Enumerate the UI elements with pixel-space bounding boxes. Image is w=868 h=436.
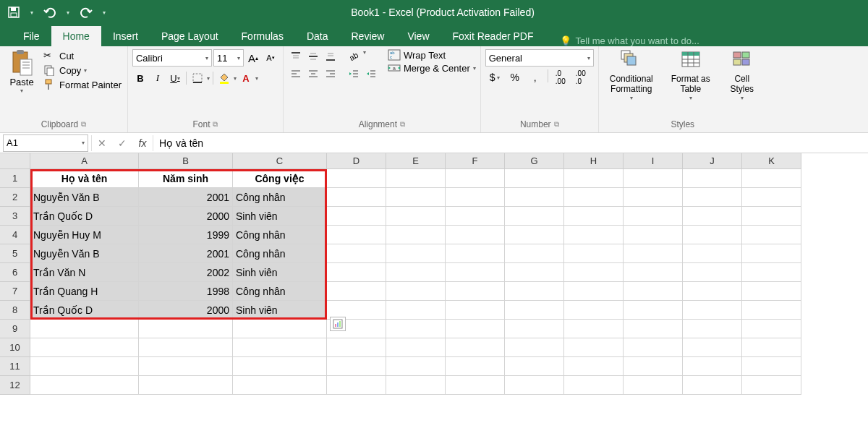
cells-area[interactable]: Họ và tênNăm sinhCông việcNguyễn Văn B20… [30,169,801,395]
cell[interactable] [742,169,801,188]
cell[interactable] [624,207,683,226]
cell[interactable] [505,320,564,338]
cell[interactable] [386,301,446,320]
column-header[interactable]: D [327,153,386,169]
cell[interactable] [327,169,386,188]
increase-font-icon[interactable]: A▴ [245,49,261,67]
cell[interactable] [30,357,139,376]
cell[interactable] [505,282,564,301]
cell[interactable] [742,376,801,395]
tab-page-layout[interactable]: Page Layout [150,26,230,46]
cell[interactable] [386,357,446,376]
align-left-icon[interactable] [288,67,304,81]
cell[interactable] [564,338,624,357]
cell[interactable] [505,207,564,226]
cell[interactable] [564,244,624,263]
cell[interactable]: Công nhân [233,282,327,301]
cell[interactable] [742,188,801,207]
cell[interactable] [624,263,683,282]
tab-insert[interactable]: Insert [101,26,150,46]
cell[interactable]: 1998 [139,282,233,301]
alignment-dialog-launcher[interactable]: ⧉ [400,120,405,129]
increase-indent-icon[interactable] [363,67,379,81]
cell[interactable] [564,263,624,282]
format-as-table-button[interactable]: Format as Table▾ [663,49,719,118]
borders-button[interactable] [190,69,205,87]
cell[interactable]: Trần Văn N [30,263,139,282]
cell[interactable] [624,320,683,338]
cut-button[interactable]: ✂ Cut [42,49,123,62]
row-header[interactable]: 10 [0,338,30,357]
bold-button[interactable]: B [132,73,148,84]
row-header[interactable]: 8 [0,301,30,320]
cell[interactable] [742,244,801,263]
cell[interactable]: Nguyễn Văn B [30,244,139,263]
row-header[interactable]: 11 [0,357,30,376]
quick-analysis-button[interactable] [330,317,346,331]
cell[interactable] [446,282,505,301]
fill-color-dropdown-icon[interactable]: ▾ [234,75,237,82]
conditional-formatting-button[interactable]: Conditional Formatting▾ [603,49,660,118]
cell[interactable] [139,357,233,376]
cell[interactable] [386,226,446,244]
cell[interactable] [327,376,386,395]
copy-button[interactable]: Copy ▾ [42,64,123,77]
column-header[interactable]: C [233,153,327,169]
column-header[interactable]: K [742,153,801,169]
cell[interactable]: 2000 [139,207,233,226]
format-painter-button[interactable]: Format Painter [42,78,123,91]
cell[interactable] [624,188,683,207]
cell[interactable]: Sinh viên [233,263,327,282]
tab-review[interactable]: Review [340,26,396,46]
cell[interactable] [505,244,564,263]
row-header[interactable]: 3 [0,207,30,226]
cell[interactable]: Nguyễn Huy M [30,226,139,244]
cell[interactable] [446,244,505,263]
percent-format-button[interactable]: % [506,69,524,85]
cell[interactable] [386,169,446,188]
cell[interactable] [564,207,624,226]
cell[interactable] [683,226,742,244]
column-header[interactable]: E [386,153,446,169]
tab-data[interactable]: Data [295,26,340,46]
cell[interactable] [327,188,386,207]
cell[interactable] [683,357,742,376]
cell[interactable]: Nguyễn Văn B [30,188,139,207]
row-header[interactable]: 5 [0,244,30,263]
accounting-format-button[interactable]: $▾ [485,69,504,85]
row-header[interactable]: 7 [0,282,30,301]
cell[interactable]: Công việc [233,169,327,188]
cell[interactable] [683,301,742,320]
italic-button[interactable]: I [150,72,166,84]
formula-input[interactable]: Họ và tên [153,137,868,149]
tab-view[interactable]: View [396,26,441,46]
row-header[interactable]: 2 [0,188,30,207]
cell[interactable]: 1999 [139,226,233,244]
tab-file[interactable]: File [12,26,51,46]
cell[interactable] [505,226,564,244]
align-top-icon[interactable] [288,49,304,64]
cell[interactable] [564,320,624,338]
cell[interactable] [386,320,446,338]
column-header[interactable]: G [505,153,564,169]
column-header[interactable]: H [564,153,624,169]
tab-foxit[interactable]: Foxit Reader PDF [441,26,545,46]
cell[interactable] [683,320,742,338]
cell[interactable] [742,320,801,338]
cell[interactable] [233,376,327,395]
cell[interactable] [327,338,386,357]
cell[interactable] [742,357,801,376]
cell[interactable] [624,169,683,188]
cell[interactable] [233,338,327,357]
font-name-selector[interactable]: Calibri▾ [132,49,212,67]
cell[interactable] [624,226,683,244]
cell[interactable] [446,301,505,320]
cell[interactable]: 2002 [139,263,233,282]
cell[interactable] [624,376,683,395]
cell[interactable] [742,226,801,244]
cell[interactable] [446,169,505,188]
cell[interactable] [327,244,386,263]
cell[interactable] [386,188,446,207]
cell[interactable] [683,338,742,357]
decrease-decimal-icon[interactable]: .00.0 [571,69,590,85]
